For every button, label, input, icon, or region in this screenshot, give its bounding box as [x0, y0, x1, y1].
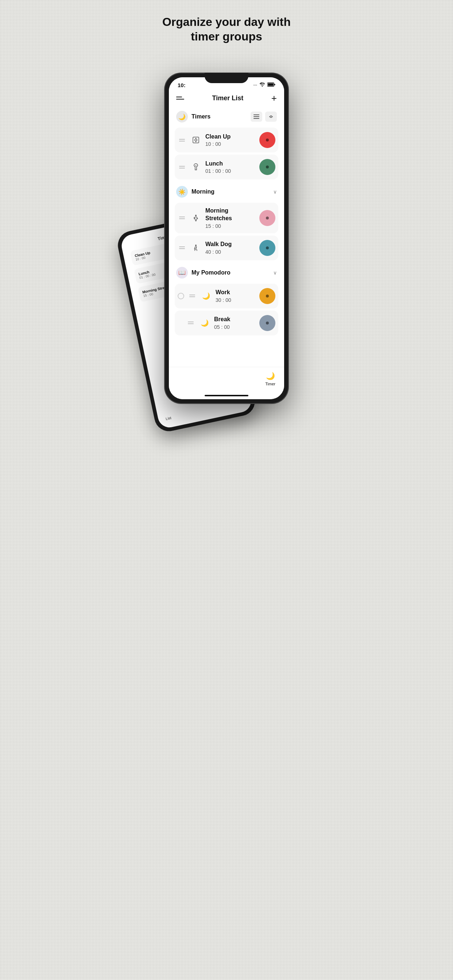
main-phone: 10: ••• Timer List [164, 73, 289, 404]
drag-handle-lunch[interactable] [178, 164, 187, 170]
drag-handle-work[interactable] [188, 293, 196, 299]
timer-icon-break: 🌙 [199, 317, 211, 329]
svg-point-7 [269, 116, 270, 117]
home-bar [205, 395, 248, 396]
group-header-pomodoro: 📖 My Pomodoro ∨ [175, 263, 278, 282]
drag-handle-cleanup[interactable] [178, 137, 187, 143]
phone-wrapper: Timer List Clean Up 10 : 00 Lunch 01 : 0… [164, 73, 289, 404]
timer-row-break: 🌙 Break 05 : 00 [175, 310, 278, 336]
back-tab-list[interactable]: List [165, 415, 172, 421]
timer-name-stretches: Morning Stretches [205, 207, 256, 223]
timer-row-walkdog: Walk Dog 40 : 00 [175, 235, 278, 260]
list-content: 🌙 Timers [169, 107, 284, 367]
drag-handle-stretches[interactable] [178, 215, 187, 221]
timer-info-lunch: Lunch 01 : 00 : 00 [205, 160, 256, 174]
drag-handle-break[interactable] [187, 320, 195, 326]
timer-row-stretches: Morning Stretches 15 : 00 [175, 203, 278, 233]
play-btn-walkdog[interactable] [259, 240, 275, 256]
svg-point-10 [195, 139, 197, 141]
phone-screen: 10: ••• Timer List [169, 77, 284, 399]
headline-line1: Organize your day with [162, 15, 291, 29]
timer-icon-cleanup [190, 134, 202, 146]
tab-bar: 🌙 Timer [169, 367, 284, 392]
menu-icon[interactable] [176, 97, 184, 100]
svg-line-17 [195, 249, 195, 251]
timer-tab-label: Timer [265, 382, 275, 386]
add-button[interactable]: + [271, 93, 277, 103]
timer-name-cleanup: Clean Up [205, 133, 256, 141]
svg-point-14 [195, 215, 196, 216]
svg-rect-3 [254, 115, 259, 115]
list-view-button[interactable] [250, 111, 262, 122]
timer-info-stretches: Morning Stretches 15 : 00 [205, 207, 256, 229]
timer-time-work: 30 : 00 [215, 297, 256, 303]
timer-time-walkdog: 40 : 00 [205, 249, 256, 255]
book-icon: 📖 [179, 269, 186, 276]
group-header-morning: ☀️ Morning ∨ [175, 182, 278, 201]
nav-title: Timer List [212, 94, 244, 102]
morning-group-name: Morning [191, 188, 270, 195]
morning-chevron-icon[interactable]: ∨ [273, 189, 277, 195]
headline-line2: timer groups [191, 30, 262, 43]
timer-info-break: Break 05 : 00 [214, 316, 256, 330]
timers-group-icon: 🌙 [176, 111, 188, 123]
settings-button[interactable] [265, 111, 277, 122]
timer-icon-walkdog [190, 242, 202, 254]
back-list-label: List [165, 415, 172, 421]
svg-point-16 [195, 245, 196, 246]
svg-point-6 [270, 116, 272, 118]
play-btn-work[interactable] [259, 288, 275, 304]
timer-name-lunch: Lunch [205, 160, 256, 168]
play-btn-lunch[interactable] [259, 159, 275, 175]
play-btn-stretches[interactable] [259, 210, 275, 226]
radio-btn-work[interactable] [178, 293, 184, 299]
group-header-timers: 🌙 Timers [175, 107, 278, 126]
timer-tab-icon: 🌙 [266, 372, 275, 380]
status-icons: ••• [253, 82, 275, 88]
timer-icon-stretches [190, 212, 202, 224]
notch [205, 73, 248, 83]
timer-row-lunch: Lunch 01 : 00 : 00 [175, 154, 278, 180]
svg-rect-1 [268, 83, 273, 86]
pomodoro-group-name: My Pomodoro [191, 269, 270, 276]
svg-rect-4 [254, 116, 259, 117]
play-btn-cleanup[interactable] [259, 132, 275, 148]
timer-time-cleanup: 10 : 00 [205, 141, 256, 147]
morning-group-icon: ☀️ [176, 186, 188, 197]
svg-rect-5 [254, 118, 259, 119]
svg-rect-2 [274, 84, 275, 85]
sun-icon: ☀️ [179, 188, 186, 196]
signal-dots-icon: ••• [253, 83, 257, 87]
pomodoro-chevron-icon[interactable]: ∨ [273, 270, 277, 275]
nav-bar: Timer List + [169, 91, 284, 107]
battery-icon [267, 82, 275, 88]
svg-line-18 [196, 249, 197, 251]
play-btn-break[interactable] [259, 315, 275, 331]
timer-info-cleanup: Clean Up 10 : 00 [205, 133, 256, 147]
timer-name-break: Break [214, 316, 256, 323]
timer-time-lunch: 01 : 00 : 00 [205, 168, 256, 174]
tab-timer[interactable]: 🌙 Timer [265, 372, 275, 386]
timer-time-stretches: 15 : 00 [205, 223, 256, 229]
svg-point-8 [272, 116, 273, 117]
timers-group-name: Timers [191, 113, 247, 120]
timer-name-work: Work [215, 289, 256, 296]
timer-info-walkdog: Walk Dog 40 : 00 [205, 240, 256, 255]
timer-row-cleanup: Clean Up 10 : 00 [175, 127, 278, 153]
wifi-icon [259, 83, 265, 88]
headline: Organize your day with timer groups [162, 14, 291, 58]
timer-info-work: Work 30 : 00 [215, 289, 256, 303]
timer-icon-lunch [190, 161, 202, 173]
timer-row-work: 🌙 Work 30 : 00 [175, 284, 278, 309]
drag-handle-walkdog[interactable] [178, 245, 187, 250]
timer-time-break: 05 : 00 [214, 324, 256, 330]
moon-icon: 🌙 [179, 113, 186, 120]
timer-name-walkdog: Walk Dog [205, 240, 256, 248]
timers-group-controls [250, 111, 277, 122]
timer-icon-work: 🌙 [200, 290, 212, 302]
home-indicator [169, 392, 284, 399]
status-time: 10: [178, 82, 186, 88]
pomodoro-group-icon: 📖 [176, 267, 188, 278]
